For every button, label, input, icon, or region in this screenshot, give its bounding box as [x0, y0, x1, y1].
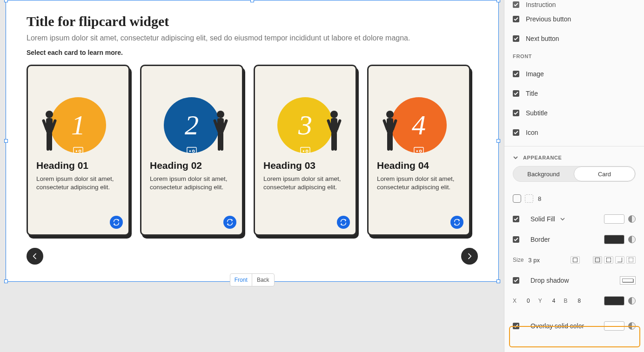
svg-point-26 — [306, 150, 308, 153]
check-icon — [514, 111, 518, 115]
widget-instruction[interactable]: Select each card to learn more. — [27, 49, 478, 56]
flipcard[interactable]: 1 Heading 01 Lorem ipsum dolor sit amet,… — [27, 65, 130, 236]
corner-rounded-icon[interactable] — [513, 194, 521, 203]
card-type-icon — [414, 146, 424, 154]
border-style-dot-icon[interactable] — [615, 256, 624, 264]
checkbox-instruction[interactable] — [513, 1, 519, 8]
border-style-dash-icon[interactable] — [604, 256, 613, 264]
back-tab[interactable]: Back — [252, 274, 274, 286]
selection-handle[interactable] — [4, 279, 8, 283]
card-image-area: 3 — [263, 72, 347, 160]
selection-handle[interactable] — [496, 0, 500, 2]
segment-background[interactable]: Background — [513, 166, 574, 181]
selection-handle[interactable] — [4, 0, 8, 2]
flipcard[interactable]: 3 Heading 03 Lorem ipsum dolor sit amet,… — [254, 65, 357, 236]
flipcard[interactable]: 4 Heading 04 Lorem ipsum dolor sit amet,… — [367, 65, 470, 236]
check-icon — [514, 72, 518, 76]
flip-button[interactable] — [110, 216, 123, 229]
chevron-down-icon — [513, 155, 518, 160]
check-icon — [514, 2, 518, 7]
opacity-icon[interactable] — [628, 215, 636, 223]
check-icon — [514, 91, 518, 96]
opacity-icon[interactable] — [628, 297, 636, 305]
card-heading: Heading 04 — [377, 160, 461, 171]
shadow-y-value[interactable]: 4 — [552, 298, 556, 304]
svg-point-7 — [75, 150, 77, 152]
border-style-mixed-icon[interactable] — [626, 256, 636, 264]
shadow-b-value[interactable]: 8 — [577, 298, 581, 304]
drop-shadow-row: Drop shadow — [504, 270, 644, 291]
properties-panel: Instruction Previous button Next button … — [504, 0, 644, 352]
svg-point-0 — [46, 111, 53, 118]
border-side-all-icon[interactable] — [570, 256, 580, 264]
card-heading: Heading 03 — [263, 160, 347, 171]
canvas-area: Title for flipcard widget Lorem ipsum do… — [0, 0, 504, 352]
segment-card[interactable]: Card — [574, 166, 635, 181]
check-icon — [514, 17, 518, 21]
svg-point-8 — [79, 150, 81, 153]
checkbox-label: Instruction — [526, 1, 556, 8]
flip-button[interactable] — [450, 216, 463, 229]
flip-button[interactable] — [223, 216, 236, 229]
selection-handle[interactable] — [4, 139, 8, 143]
svg-point-16 — [189, 150, 191, 152]
checkbox-title[interactable] — [513, 90, 519, 97]
card-image-area: 1 — [36, 72, 120, 160]
size-value[interactable]: 3 px — [528, 257, 540, 264]
front-tab[interactable]: Front — [230, 274, 253, 286]
border-row: Border — [504, 229, 644, 250]
solid-fill-row: Solid Fill — [504, 209, 644, 229]
svg-rect-23 — [334, 132, 337, 151]
svg-point-17 — [192, 150, 195, 153]
solid-fill-label: Solid Fill — [530, 215, 555, 223]
widget-subtitle[interactable]: Lorem ipsum dolor sit amet, consectetur … — [27, 34, 478, 42]
corner-separate-icon[interactable] — [525, 194, 533, 203]
svg-rect-5 — [49, 132, 52, 151]
checkbox-image[interactable] — [513, 71, 519, 77]
front-back-toggle[interactable]: Front Back — [230, 273, 275, 286]
selection-handle[interactable] — [496, 279, 500, 283]
flipcard[interactable]: 2 Heading 02 Lorem ipsum dolor sit amet,… — [140, 65, 243, 236]
arrow-left-icon — [31, 252, 39, 260]
flip-button[interactable] — [337, 216, 350, 229]
border-color-swatch[interactable] — [604, 235, 624, 244]
checkbox-label: Title — [526, 90, 538, 97]
svg-point-27 — [386, 111, 394, 118]
person-illustration — [209, 109, 232, 155]
card-body: Lorem ipsum dolor sit amet, consectetur … — [150, 175, 234, 192]
appearance-segment[interactable]: Background Card — [513, 166, 636, 182]
corner-radius-value[interactable]: 8 — [538, 195, 557, 202]
opacity-icon[interactable] — [628, 236, 636, 243]
fill-color-swatch[interactable] — [604, 214, 624, 224]
svg-point-9 — [217, 111, 224, 118]
checkbox-label: Image — [526, 70, 544, 78]
shadow-x-value[interactable]: 0 — [527, 298, 530, 304]
svg-point-35 — [419, 150, 422, 153]
person-illustration — [323, 109, 345, 155]
svg-rect-6 — [74, 147, 83, 153]
next-button[interactable] — [461, 248, 478, 265]
selection-handle[interactable] — [496, 139, 500, 143]
previous-button[interactable] — [27, 248, 43, 265]
shadow-preview-icon[interactable] — [620, 276, 636, 285]
svg-rect-31 — [387, 132, 390, 151]
checkbox-next-button[interactable] — [513, 35, 519, 42]
checkbox-previous-button[interactable] — [513, 16, 519, 22]
shadow-y-label: Y — [538, 298, 542, 304]
chevron-down-icon[interactable] — [560, 216, 565, 222]
checkbox-subtitle[interactable] — [513, 110, 519, 116]
shadow-color-swatch[interactable] — [604, 296, 624, 306]
checkbox-solid-fill[interactable] — [513, 216, 519, 222]
check-icon — [514, 278, 518, 283]
svg-point-25 — [302, 150, 304, 152]
checkbox-icon[interactable] — [513, 129, 519, 136]
widget-title[interactable]: Title for flipcard widget — [27, 13, 478, 29]
svg-rect-15 — [187, 147, 196, 153]
border-style-solid-icon[interactable] — [593, 256, 602, 264]
checkbox-border[interactable] — [513, 236, 519, 243]
appearance-header[interactable]: APPEARANCE — [504, 146, 644, 166]
selection-handle[interactable] — [250, 0, 254, 2]
checkbox-drop-shadow[interactable] — [513, 277, 519, 284]
flipcard-widget-frame[interactable]: Title for flipcard widget Lorem ipsum do… — [6, 0, 499, 282]
person-illustration — [379, 109, 401, 155]
